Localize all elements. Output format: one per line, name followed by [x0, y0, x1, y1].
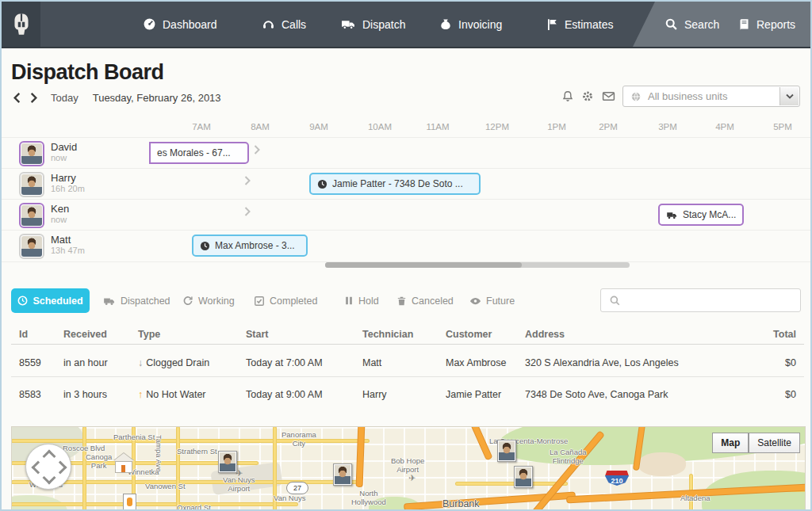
map-marker-technician[interactable]	[333, 463, 352, 486]
checkbox-check-icon	[254, 296, 265, 307]
timeline-hour-7am: 7AM	[192, 122, 211, 132]
dropdown-arrow-button[interactable]	[779, 87, 799, 105]
column-header-address[interactable]: Address	[525, 329, 749, 340]
tab-label: Future	[486, 296, 515, 307]
map-pan-control[interactable]	[25, 444, 71, 490]
scrollbar-thumb[interactable]	[325, 262, 522, 268]
tab-canceled[interactable]: Canceled	[396, 288, 454, 313]
map-place-label: La Cañada Flintridge	[550, 448, 586, 466]
nav-item-calls[interactable]: Calls	[262, 2, 306, 47]
avatar-harry[interactable]	[19, 172, 44, 197]
tab-label: Working	[198, 296, 235, 307]
cell-address: 7348 De Soto Ave, Canoga Park	[525, 389, 749, 400]
house-body	[115, 461, 132, 473]
avatar-photo	[21, 205, 42, 226]
cell-total: $0	[749, 389, 796, 400]
cell-technician: Matt	[362, 357, 446, 368]
tab-future[interactable]: Future	[469, 288, 515, 313]
timeline-hour-11am: 11AM	[426, 122, 449, 132]
clock-icon	[200, 241, 210, 251]
cell-address: 320 S Alexandria Ave, Los Angeles	[525, 357, 749, 368]
tab-label: Scheduled	[33, 296, 82, 307]
appointment-block-morales[interactable]: es Morales - 67...	[149, 142, 249, 164]
today-button[interactable]: Today	[51, 92, 79, 104]
nav-item-search[interactable]: Search	[665, 2, 719, 47]
timeline-hour-2pm: 2PM	[599, 122, 618, 132]
column-header-id[interactable]: Id	[19, 329, 63, 340]
tab-dispatched[interactable]: Dispatched	[103, 288, 170, 313]
map-place-label: Burbank	[442, 498, 480, 509]
company-logo[interactable]	[2, 2, 40, 47]
nav-item-invoicing[interactable]: Invoicing	[439, 2, 502, 47]
column-header-customer[interactable]: Customer	[446, 329, 525, 340]
column-header-type[interactable]: Type	[138, 329, 246, 340]
nav-item-estimates[interactable]: Estimates	[546, 2, 613, 47]
map-marker-technician[interactable]	[497, 440, 516, 462]
cell-id: 8559	[19, 357, 63, 368]
column-header-total[interactable]: Total	[749, 329, 796, 340]
map-marker-home-office[interactable]	[113, 449, 134, 468]
column-header-technician[interactable]: Technician	[362, 329, 446, 340]
avatar-david[interactable]	[19, 141, 44, 166]
timeline-hour-10am: 10AM	[368, 122, 392, 132]
satellite-view-button[interactable]: Satellite	[749, 433, 800, 453]
map-marker-technician[interactable]	[218, 451, 237, 473]
column-header-received[interactable]: Received	[63, 329, 138, 340]
timeline-hour-3pm: 3PM	[658, 122, 677, 132]
appointment-label: es Morales - 67...	[157, 147, 231, 158]
tab-scheduled[interactable]: Scheduled	[11, 288, 90, 313]
timeline-hour-1pm: 1PM	[547, 122, 566, 132]
timeline-hour-4pm: 4PM	[715, 122, 734, 132]
nav-label: Reports	[756, 18, 795, 31]
search-input[interactable]	[626, 294, 800, 307]
map-marker-small[interactable]	[123, 494, 136, 510]
map-marker-technician[interactable]	[514, 466, 533, 488]
pan-up-arrow[interactable]	[43, 450, 56, 463]
nav-item-dispatch[interactable]: Dispatch	[341, 2, 405, 47]
appointment-label: Jamie Patter - 7348 De Soto ...	[332, 178, 463, 189]
map-view-button[interactable]: Map	[712, 433, 749, 453]
jobs-search-box[interactable]	[600, 288, 801, 312]
money-bag-icon	[439, 18, 452, 31]
map-place-label: Canoga Park	[86, 453, 112, 471]
appointment-block-max-ambrose[interactable]: Max Ambrose - 3...	[192, 235, 308, 257]
column-header-start[interactable]: Start	[246, 329, 362, 340]
flag-icon	[546, 18, 558, 31]
previous-day-button[interactable]	[13, 93, 21, 103]
appointment-block-jamie-patter[interactable]: Jamie Patter - 7348 De Soto ...	[309, 173, 481, 195]
notifications-bell-icon[interactable]	[561, 90, 574, 103]
timeline-hour-8am: 8AM	[251, 122, 270, 132]
tab-hold[interactable]: Hold	[344, 288, 379, 313]
business-units-dropdown[interactable]: All business units	[622, 86, 800, 107]
nav-item-reports[interactable]: Reports	[737, 2, 795, 47]
table-row-8559[interactable]: 8559 in an hour ↓Clogged Drain Today at …	[2, 351, 812, 375]
nav-label: Calls	[282, 18, 306, 31]
technician-row-david: David now es Morales - 67...	[2, 137, 812, 169]
page-title: Dispatch Board	[11, 60, 164, 85]
technician-map[interactable]: Parthenia StTampa AveStrathern StPanoram…	[11, 426, 806, 511]
nav-item-dashboard[interactable]: Dashboard	[143, 2, 217, 47]
knight-helmet-icon	[10, 12, 33, 37]
nav-label: Dashboard	[163, 18, 217, 31]
technician-row-harry: Harry 16h 20m Jamie Patter - 7348 De Sot…	[2, 168, 812, 200]
appointment-label: Max Ambrose - 3...	[215, 240, 295, 251]
avatar-ken[interactable]	[19, 203, 44, 228]
tab-working[interactable]: Working	[182, 288, 235, 313]
settings-gear-icon[interactable]	[581, 90, 594, 103]
technician-name: Matt	[51, 234, 71, 246]
marker-figure	[127, 498, 132, 506]
tab-completed[interactable]: Completed	[254, 288, 317, 313]
pan-left-arrow[interactable]	[32, 461, 45, 475]
appointment-block-stacy[interactable]: Stacy McA...	[658, 204, 744, 226]
search-icon	[665, 17, 678, 31]
messages-envelope-icon[interactable]	[602, 90, 615, 103]
pan-down-arrow[interactable]	[43, 471, 56, 485]
technician-photo	[499, 441, 515, 460]
table-row-8583[interactable]: 8583 in 3 hours ↑No Hot Water Today at 9…	[2, 383, 812, 406]
timeline-horizontal-scrollbar[interactable]	[325, 262, 630, 268]
avatar-matt[interactable]	[19, 234, 44, 259]
cell-received: in an hour	[63, 357, 138, 368]
next-day-button[interactable]	[29, 93, 38, 103]
pan-right-arrow[interactable]	[54, 461, 67, 475]
technician-row-matt: Matt 13h 47m Max Ambrose - 3...	[2, 230, 812, 262]
